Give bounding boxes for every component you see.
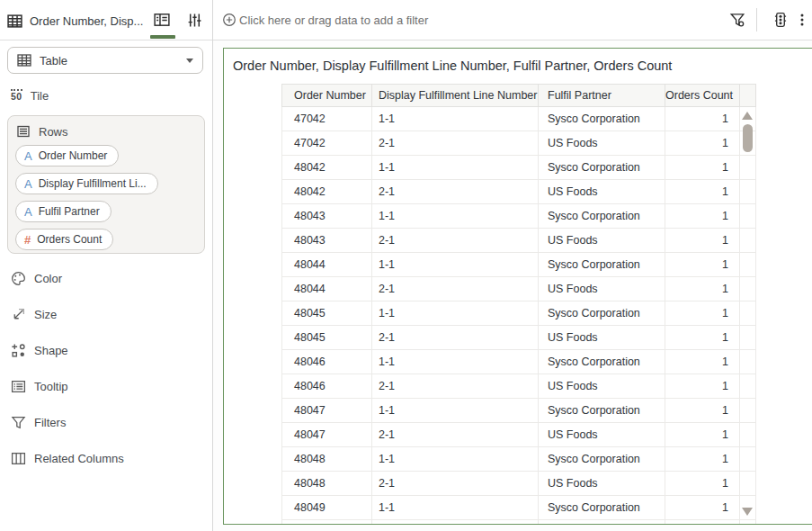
viz-type-dropdown[interactable]: Table <box>7 47 203 74</box>
scroll-down-arrow[interactable] <box>742 508 753 516</box>
table-cell[interactable]: 1 <box>665 253 740 277</box>
table-cell[interactable]: 1 <box>665 204 740 229</box>
sidebar-item-size[interactable]: Size <box>0 296 212 332</box>
table-cell[interactable]: US Foods <box>539 180 665 204</box>
table-cell[interactable]: 1 <box>665 302 740 326</box>
table-cell[interactable]: US Foods <box>539 326 665 350</box>
table-cell[interactable]: US Foods <box>539 277 665 302</box>
table-cell[interactable]: 1 <box>665 472 740 496</box>
grammar-panel-button[interactable] <box>149 7 174 32</box>
table-cell[interactable]: 1 <box>665 156 740 180</box>
viz-tab[interactable]: Order Number, Disp... <box>7 8 143 33</box>
scroll-up-arrow[interactable] <box>742 112 753 120</box>
table-cell[interactable]: 48043 <box>282 204 372 229</box>
table-cell[interactable]: 1 <box>665 496 740 520</box>
table-cell[interactable]: 1 <box>665 277 740 302</box>
table-cell[interactable] <box>282 520 372 525</box>
table-cell[interactable]: 2-1 <box>372 374 539 399</box>
table-cell[interactable]: 1-1 <box>372 399 539 423</box>
table-cell[interactable]: 48043 <box>282 229 372 253</box>
table-cell[interactable]: 2-1 <box>372 229 539 253</box>
viz-type-tile[interactable]: 50 Tile <box>7 83 52 108</box>
table-cell[interactable]: 48048 <box>282 447 372 472</box>
table-cell[interactable] <box>665 520 740 525</box>
table-cell[interactable]: Sysco Corporation <box>539 156 665 180</box>
table-cell[interactable]: 1 <box>665 326 740 350</box>
table-cell[interactable]: 48044 <box>282 277 372 302</box>
column-header[interactable]: Display Fulfillment Line Number <box>372 85 539 107</box>
table-cell[interactable]: Sysco Corporation <box>539 399 665 423</box>
column-header[interactable]: Fulfil Partner <box>539 85 665 107</box>
table-cell[interactable]: 1 <box>665 229 740 253</box>
rows-pill[interactable]: #Orders Count <box>15 229 113 250</box>
table-cell[interactable]: 48044 <box>282 253 372 277</box>
table-cell[interactable]: 1-1 <box>372 253 539 277</box>
table-cell[interactable]: 48042 <box>282 156 372 180</box>
table-cell[interactable]: 2-1 <box>372 472 539 496</box>
table-cell[interactable]: US Foods <box>539 229 665 253</box>
table-cell[interactable]: 48042 <box>282 180 372 204</box>
table-cell[interactable]: Sysco Corporation <box>539 496 665 520</box>
table-cell[interactable]: Sysco Corporation <box>539 302 665 326</box>
table-cell[interactable]: 1-1 <box>372 496 539 520</box>
table-cell[interactable]: 48048 <box>282 472 372 496</box>
table-cell[interactable]: 1-1 <box>372 156 539 180</box>
rows-pill[interactable]: ADisplay Fulfillment Li... <box>15 173 158 194</box>
table-cell[interactable]: 48047 <box>282 423 372 447</box>
rows-pill[interactable]: AFulfil Partner <box>15 201 112 222</box>
table-cell[interactable] <box>372 520 539 525</box>
filter-bar[interactable]: Click here or drag data to add a filter <box>222 0 708 40</box>
table-cell[interactable]: 1 <box>665 180 740 204</box>
table-cell[interactable]: 1 <box>665 131 740 156</box>
table-cell[interactable]: US Foods <box>539 374 665 399</box>
filter-settings-button[interactable] <box>725 7 750 32</box>
table-cell[interactable]: US Foods <box>539 131 665 156</box>
properties-button[interactable] <box>182 7 207 32</box>
scrollbar-thumb[interactable] <box>743 124 753 152</box>
table-cell[interactable]: Sysco Corporation <box>539 204 665 229</box>
rows-pill[interactable]: AOrder Number <box>15 145 119 166</box>
table-cell[interactable]: 1 <box>665 423 740 447</box>
table-cell[interactable]: Sysco Corporation <box>539 350 665 374</box>
sidebar-item-related-columns[interactable]: Related Columns <box>0 440 212 476</box>
table-cell[interactable]: Sysco Corporation <box>539 447 665 472</box>
table-cell[interactable]: 2-1 <box>372 180 539 204</box>
table-cell[interactable]: Sysco Corporation <box>539 107 665 131</box>
sidebar-item-tooltip[interactable]: Tooltip <box>0 368 212 404</box>
sidebar-item-shape[interactable]: Shape <box>0 332 212 368</box>
table-cell[interactable]: 1 <box>665 447 740 472</box>
sidebar-item-filters[interactable]: Filters <box>0 404 212 440</box>
table-visualization[interactable]: Order Number, Display Fulfillment Line N… <box>223 48 812 525</box>
column-header[interactable]: Orders Count <box>665 85 740 107</box>
table-cell[interactable]: 1-1 <box>372 447 539 472</box>
table-cell[interactable]: 1-1 <box>372 204 539 229</box>
table-cell[interactable]: 2-1 <box>372 131 539 156</box>
table-cell[interactable]: 48047 <box>282 399 372 423</box>
more-options-button[interactable] <box>792 7 812 32</box>
table-cell[interactable]: US Foods <box>539 472 665 496</box>
table-cell[interactable]: 48045 <box>282 326 372 350</box>
table-cell[interactable]: 2-1 <box>372 277 539 302</box>
table-cell[interactable]: 1 <box>665 374 740 399</box>
table-cell[interactable] <box>539 520 665 525</box>
conditional-formatting-button[interactable] <box>768 7 793 32</box>
table-cell[interactable]: 48045 <box>282 302 372 326</box>
table-cell[interactable]: 1-1 <box>372 350 539 374</box>
table-cell[interactable]: 47042 <box>282 107 372 131</box>
column-header[interactable]: Order Number <box>282 85 372 107</box>
table-cell[interactable]: 2-1 <box>372 423 539 447</box>
table-cell[interactable]: US Foods <box>539 423 665 447</box>
sidebar-item-color[interactable]: Color <box>0 260 212 296</box>
table-cell[interactable]: 1-1 <box>372 302 539 326</box>
table-cell[interactable]: 1 <box>665 399 740 423</box>
table-cell[interactable]: 47042 <box>282 131 372 156</box>
table-cell[interactable]: 48049 <box>282 496 372 520</box>
table-cell[interactable]: 1-1 <box>372 107 539 131</box>
table-cell[interactable]: 48046 <box>282 374 372 399</box>
table-cell[interactable]: 2-1 <box>372 326 539 350</box>
table-cell[interactable]: Sysco Corporation <box>539 253 665 277</box>
table-cell[interactable]: 1 <box>665 350 740 374</box>
viz-tab-title: Order Number, Disp... <box>30 14 143 28</box>
table-cell[interactable]: 48046 <box>282 350 372 374</box>
table-cell[interactable]: 1 <box>665 107 740 131</box>
